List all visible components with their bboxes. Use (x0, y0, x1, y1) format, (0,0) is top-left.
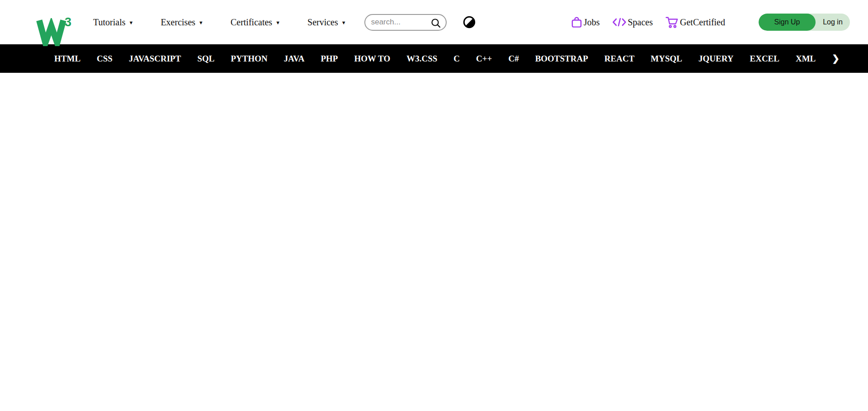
nav-item-python[interactable]: PYTHON (231, 54, 267, 64)
spaces-label: Spaces (627, 17, 653, 28)
page-content (0, 73, 868, 411)
nav-item-xml[interactable]: XML (796, 54, 816, 64)
get-certified-link[interactable]: GetCertified (665, 16, 725, 28)
cart-icon (665, 16, 679, 28)
nav-item-cpp[interactable]: C++ (476, 54, 492, 64)
nav-item-jquery[interactable]: JQUERY (698, 54, 733, 64)
nav-item-css[interactable]: CSS (97, 54, 113, 64)
menu-services[interactable]: Services ▼ (307, 17, 346, 28)
bag-icon (571, 16, 583, 28)
w3schools-logo[interactable]: 3 (36, 18, 74, 46)
nav-item-html[interactable]: HTML (54, 54, 80, 64)
spaces-link[interactable]: Spaces (612, 16, 653, 28)
menu-certificates[interactable]: Certificates ▼ (231, 17, 280, 28)
search-icon (430, 23, 441, 30)
chevron-down-icon: ▼ (341, 19, 346, 25)
menu-certificates-label: Certificates (231, 17, 272, 28)
nav-item-java[interactable]: JAVA (284, 54, 305, 64)
search-input[interactable] (365, 18, 428, 27)
sign-up-button[interactable]: Sign Up (759, 14, 816, 31)
nav-item-c[interactable]: C (453, 54, 460, 64)
log-in-button[interactable]: Log in (816, 14, 850, 31)
menu-exercises[interactable]: Exercises ▼ (160, 17, 203, 28)
menu-tutorials-label: Tutorials (93, 17, 126, 28)
chevron-down-icon: ▼ (275, 19, 280, 25)
menu-exercises-label: Exercises (160, 17, 195, 28)
main-topic-navbar: HTML CSS JAVASCRIPT SQL PYTHON JAVA PHP … (0, 44, 868, 73)
search-box (364, 14, 447, 31)
nav-item-how-to[interactable]: HOW TO (354, 54, 390, 64)
auth-buttons: Sign Up Log in (759, 14, 850, 31)
jobs-label: Jobs (584, 17, 600, 28)
nav-item-javascript[interactable]: JAVASCRIPT (129, 54, 181, 64)
nav-item-react[interactable]: REACT (604, 54, 635, 64)
top-menu: Tutorials ▼ Exercises ▼ Certificates ▼ S… (93, 17, 346, 28)
nav-item-bootstrap[interactable]: BOOTSTRAP (535, 54, 588, 64)
chevron-down-icon: ▼ (129, 19, 134, 25)
dark-mode-toggle[interactable] (463, 16, 476, 28)
nav-scroll-right-chevron-icon[interactable]: ❯ (832, 53, 840, 65)
menu-tutorials[interactable]: Tutorials ▼ (93, 17, 133, 28)
code-icon (612, 16, 627, 28)
search-button[interactable] (430, 18, 441, 28)
half-circle-contrast-icon (463, 23, 476, 30)
top-bar: 3 Tutorials ▼ Exercises ▼ Certificates ▼… (0, 0, 868, 44)
jobs-link[interactable]: Jobs (571, 16, 600, 28)
nav-item-excel[interactable]: EXCEL (750, 54, 779, 64)
chevron-down-icon: ▼ (198, 19, 203, 25)
nav-item-mysql[interactable]: MYSQL (651, 54, 682, 64)
nav-item-csharp[interactable]: C# (508, 54, 519, 64)
top-right-links: Jobs Spaces GetCertified (571, 14, 850, 31)
get-certified-label: GetCertified (680, 17, 725, 28)
nav-item-sql[interactable]: SQL (197, 54, 214, 64)
menu-services-label: Services (307, 17, 338, 28)
nav-item-w3css[interactable]: W3.CSS (406, 54, 437, 64)
nav-item-php[interactable]: PHP (321, 54, 338, 64)
logo-superscript-3: 3 (65, 16, 71, 28)
